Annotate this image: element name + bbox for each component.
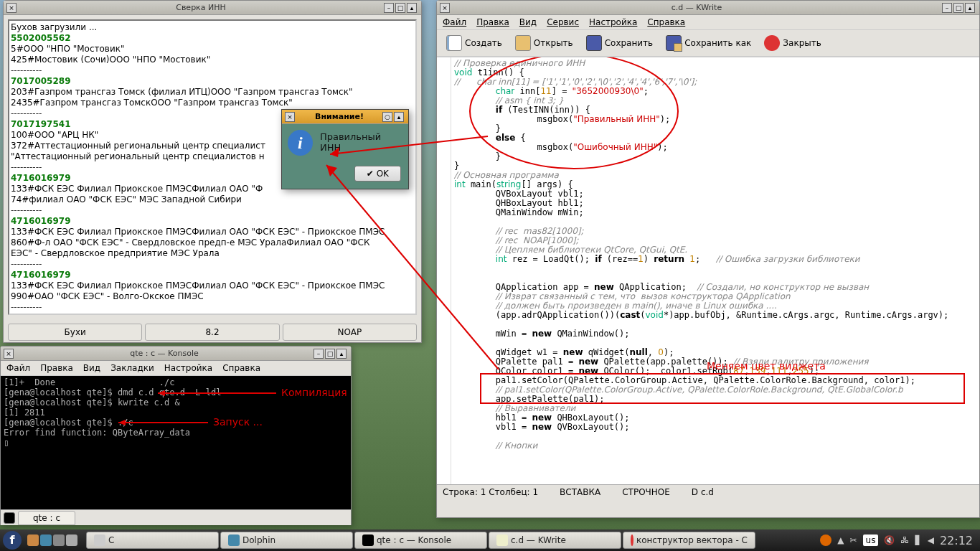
kwrite-toolbar: Создать Открыть Сохранить Сохранить как …: [437, 30, 979, 57]
close-doc-icon: [764, 35, 780, 51]
kwrite-menubar: Файл Правка Вид Сервис Настройка Справка: [437, 15, 979, 30]
v82-button[interactable]: 8.2: [145, 324, 279, 341]
task-dolphin[interactable]: Dolphin: [220, 532, 353, 549]
launcher-icon[interactable]: [27, 534, 39, 546]
list-row: ----------: [11, 205, 414, 216]
close-button[interactable]: Закрыть: [760, 33, 824, 53]
noap-button[interactable]: NOAP: [283, 324, 417, 341]
konsole-tab[interactable]: qte : c: [18, 511, 75, 525]
keyboard-layout[interactable]: us: [863, 534, 879, 546]
maximize-icon[interactable]: □: [395, 3, 405, 13]
shade-icon[interactable]: ▴: [965, 3, 975, 13]
chevron-icon[interactable]: ◀: [928, 535, 934, 545]
info-icon: i: [288, 130, 313, 156]
list-row: Бухов загрузили ...: [11, 22, 414, 33]
menu-help[interactable]: Справка: [647, 17, 685, 27]
list-row: ЕЭС" - Свердловское предприятие МЭС Урал…: [11, 248, 414, 259]
list-row: 203#Газпром трансгаз Томск (филиал ИТЦ)О…: [11, 87, 414, 98]
saveas-button[interactable]: Сохранить как: [662, 33, 755, 53]
menu-view[interactable]: Вид: [519, 17, 537, 27]
close-icon[interactable]: ×: [285, 112, 295, 122]
konsole-window: × qte : c — Konsole – □ ▴ Файл Правка Ви…: [0, 346, 352, 525]
close-icon[interactable]: ×: [440, 3, 450, 13]
tray-icon[interactable]: [820, 534, 831, 546]
maximize-icon[interactable]: □: [325, 349, 335, 359]
list-row: 425#Мостовик (Сочи)ООО "НПО "Мостовик": [11, 55, 414, 65]
new-button[interactable]: Создать: [443, 33, 506, 53]
volume-icon[interactable]: 🔇: [884, 535, 895, 545]
dialog-titlebar[interactable]: × Внимание! ○ ▴: [282, 110, 408, 124]
kwrite-window: × c.d — KWrite – □ ▴ Файл Правка Вид Сер…: [436, 0, 980, 518]
dialog-title: Внимание!: [296, 112, 382, 121]
shade-icon[interactable]: ▴: [407, 3, 417, 13]
minimize-icon[interactable]: –: [942, 3, 952, 13]
shade-icon[interactable]: ▴: [394, 112, 404, 122]
tray-icon[interactable]: ▲: [837, 535, 844, 545]
shade-icon[interactable]: ▴: [336, 349, 347, 359]
kwrite-title: c.d — KWrite: [451, 3, 942, 12]
list-row: 5502005562: [11, 33, 414, 44]
menu-file[interactable]: Файл: [6, 363, 30, 373]
start-button[interactable]: f: [3, 531, 22, 550]
list-row: 133#ФСК ЕЭС Филиал Приокское ПМЭСФилиал …: [11, 227, 414, 237]
network-icon[interactable]: 🖧: [900, 535, 909, 545]
launcher-icon[interactable]: [66, 534, 77, 546]
menu-tools[interactable]: Сервис: [547, 17, 579, 27]
new-icon: [446, 35, 462, 51]
konsole-menubar: Файл Правка Вид Закладки Настройка Справ…: [1, 361, 351, 376]
battery-icon[interactable]: ▋: [915, 535, 921, 545]
menu-settings[interactable]: Настройка: [164, 363, 212, 373]
menu-view[interactable]: Вид: [83, 363, 100, 373]
konsole-title: qte : c — Konsole: [15, 349, 314, 358]
terminal[interactable]: [1]+ Done ./c [gena@localhost qte]$ dmd …: [1, 376, 351, 509]
launcher-icon[interactable]: [40, 534, 52, 546]
minimize-icon[interactable]: –: [314, 349, 324, 359]
close-icon[interactable]: ×: [4, 349, 14, 359]
dolphin-icon: [228, 534, 240, 546]
encoding-mode: СТРОЧНОЕ: [622, 487, 670, 497]
list-row: 133#ФСК ЕЭС Филиал Приокское ПМЭСФилиал …: [11, 281, 414, 291]
ok-button[interactable]: ✔ OK: [354, 166, 401, 182]
list-row: ----------: [11, 302, 414, 313]
list-row: 4716016979: [11, 216, 414, 227]
file-type: D c.d: [692, 487, 714, 497]
saveas-icon: [666, 35, 682, 51]
kwrite-icon: [496, 534, 508, 546]
task-konsole[interactable]: qte : c — Konsole: [354, 532, 487, 549]
terminal-icon: [4, 512, 15, 524]
buhi-button[interactable]: Бухи: [8, 324, 142, 341]
list-row: 7017005289: [11, 76, 414, 87]
clock[interactable]: 22:12: [940, 534, 973, 547]
menu-settings[interactable]: Настройка: [589, 17, 637, 27]
kwrite-statusbar: Строка: 1 Столбец: 1 ВСТАВКА СТРОЧНОЕ D …: [437, 484, 979, 499]
code-editor[interactable]: // Проверка единичного ИНН void t1inn() …: [437, 57, 979, 484]
clipboard-icon[interactable]: ✂: [850, 535, 857, 545]
konsole-titlebar[interactable]: × qte : c — Konsole – □ ▴: [1, 347, 351, 361]
list-row: 990#ОАО "ФСК ЕЭС" - Волго-Окское ПМЭС: [11, 291, 414, 302]
maximize-icon[interactable]: □: [953, 3, 963, 13]
task-browser[interactable]: конструктор вектора - C: [623, 532, 755, 549]
save-button[interactable]: Сохранить: [583, 33, 657, 53]
menu-file[interactable]: Файл: [443, 17, 466, 27]
menu-help[interactable]: Справка: [222, 363, 260, 373]
menu-edit[interactable]: Правка: [40, 363, 73, 373]
list-row: 4716016979: [11, 313, 414, 315]
inn-titlebar[interactable]: × Сверка ИНН – □ ▴: [4, 1, 421, 15]
minimize-icon[interactable]: –: [384, 3, 394, 13]
opera-icon: [631, 534, 633, 546]
konsole-tabs: qte : c: [1, 509, 351, 525]
launcher-icon[interactable]: [53, 534, 65, 546]
minimize-icon[interactable]: ○: [382, 112, 392, 122]
list-row: 74#филиал ОАО "ФСК ЕЭС" МЭС Западной Сиб…: [11, 194, 414, 205]
menu-edit[interactable]: Правка: [476, 17, 509, 27]
task-kwrite[interactable]: c.d — KWrite: [489, 532, 621, 549]
info-dialog: × Внимание! ○ ▴ i Правильный ИНН ✔ OK: [281, 109, 409, 189]
save-icon: [586, 35, 602, 51]
task-c[interactable]: C: [86, 532, 219, 549]
kwrite-titlebar[interactable]: × c.d — KWrite – □ ▴: [437, 1, 979, 15]
list-row: 4716016979: [11, 270, 414, 281]
close-icon[interactable]: ×: [6, 3, 17, 13]
open-button[interactable]: Открыть: [512, 33, 577, 53]
system-tray: ▲ ✂ us 🔇 🖧 ▋ ◀ 22:12: [820, 534, 977, 547]
menu-bookmarks[interactable]: Закладки: [110, 363, 154, 373]
